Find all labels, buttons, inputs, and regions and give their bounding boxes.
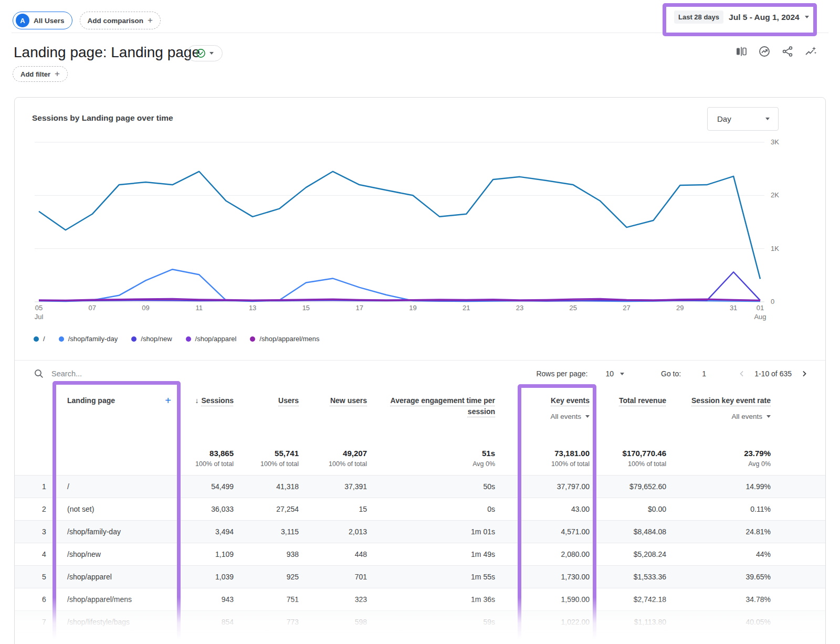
- share-icon[interactable]: [781, 45, 794, 58]
- metric-cell: 854: [190, 618, 249, 626]
- legend-label: /shop/apparel: [195, 335, 237, 343]
- metric-cell: 3,494: [190, 527, 249, 536]
- metric-cell: 44%: [681, 550, 771, 558]
- x-tick-label: 05Jul: [27, 303, 50, 321]
- add-filter-button[interactable]: Add filter +: [13, 66, 68, 82]
- search-icon[interactable]: [34, 368, 44, 379]
- table-row: 2(not set)36,03327,254150s43.00$0.000.11…: [15, 498, 825, 520]
- totals-new-users: 49,207100% of total: [314, 449, 382, 468]
- add-filter-label: Add filter: [20, 70, 50, 78]
- metric-cell: 14.99%: [681, 482, 771, 491]
- y-tick-label: 2K: [771, 191, 779, 199]
- x-tick-label: 09: [134, 303, 158, 312]
- column-header-users[interactable]: Users: [249, 395, 314, 406]
- sessions-line-chart: [35, 138, 764, 307]
- column-header-total-revenue[interactable]: Total revenue: [605, 395, 681, 406]
- next-page-icon[interactable]: [799, 368, 810, 379]
- table-row: 3/shop/family-day3,4943,1152,0131m 01s4,…: [15, 520, 825, 543]
- plus-icon: +: [148, 15, 153, 26]
- metric-cell: 4,571.00: [510, 527, 605, 536]
- metric-cell: 24.81%: [681, 527, 771, 536]
- legend-dot: [34, 336, 39, 342]
- metric-cell: 1,730.00: [510, 573, 605, 581]
- all-users-chip-label: All Users: [34, 17, 65, 25]
- previous-page-icon[interactable]: [737, 368, 747, 379]
- x-tick-label: 25: [562, 303, 585, 312]
- chart-title: Sessions by Landing page over time: [32, 113, 173, 123]
- table-row: 5/shop/apparel1,0399257011m 55s1,730.00$…: [15, 565, 825, 588]
- rate-filter-dropdown[interactable]: All events: [681, 411, 771, 422]
- legend-item: /shop/new: [131, 335, 172, 343]
- column-header-sessions[interactable]: ↓Sessions: [190, 395, 249, 406]
- key-events-filter-dropdown[interactable]: All events: [510, 411, 590, 422]
- metric-cell: 1m 36s: [382, 595, 510, 604]
- table-row: 4/shop/new1,1099384481m 49s2,080.00$5,20…: [15, 543, 825, 565]
- column-header-avg-engagement[interactable]: Average engagement time per session: [382, 395, 510, 417]
- row-number: 7: [33, 618, 56, 626]
- add-dimension-icon[interactable]: +: [165, 395, 171, 406]
- rows-per-page-label: Rows per page:: [536, 369, 587, 378]
- column-header-landing-page[interactable]: Landing page +: [56, 395, 190, 406]
- all-users-chip[interactable]: A All Users: [13, 12, 72, 29]
- x-tick-label: 01Aug: [749, 303, 772, 321]
- column-header-session-key-event-rate[interactable]: Session key event rate All events: [681, 395, 771, 422]
- table-row: 1/54,49941,31837,39150s37,797.00$79,652.…: [15, 475, 825, 498]
- metric-cell: $5,208.24: [605, 550, 681, 558]
- granularity-select[interactable]: Day: [707, 107, 779, 131]
- date-preset-badge: Last 28 days: [674, 10, 723, 24]
- legend-label: /shop/new: [141, 335, 172, 343]
- metric-cell: 1,590.00: [510, 595, 605, 604]
- metric-cell: 1,022.00: [510, 618, 605, 626]
- column-header-key-events[interactable]: Key events All events: [510, 395, 605, 422]
- totals-users: 55,741100% of total: [249, 449, 314, 468]
- comparison-a-avatar: A: [16, 14, 29, 27]
- chevron-down-icon[interactable]: [620, 373, 624, 375]
- x-tick-label: 29: [668, 303, 691, 312]
- metric-cell: 15: [314, 505, 382, 513]
- column-header-new-users[interactable]: New users: [314, 395, 382, 406]
- metric-cell: 448: [314, 550, 382, 558]
- landing-page-cell: /shop/new: [56, 550, 190, 558]
- metric-cell: 39.65%: [681, 573, 771, 581]
- landing-page-cell: /: [56, 482, 190, 491]
- metric-cell: 50s: [382, 482, 510, 491]
- metric-cell: 0.11%: [681, 505, 771, 513]
- edit-comparisons-icon[interactable]: [735, 45, 748, 58]
- report-validity-dropdown[interactable]: [187, 45, 223, 61]
- table-body: 1/54,49941,31837,39150s37,797.00$79,652.…: [15, 475, 825, 633]
- metric-cell: 3,115: [249, 527, 314, 536]
- metric-cell: $2,742.18: [605, 595, 681, 604]
- metric-cell: 1,039: [190, 573, 249, 581]
- metric-cell: 41,318: [249, 482, 314, 491]
- report-table: Rows per page: 10 Go to: 1-10 of 635 Lan…: [15, 360, 825, 633]
- legend-item: /: [34, 335, 45, 343]
- goto-page-input[interactable]: [694, 369, 715, 378]
- series-line-/: [39, 172, 760, 279]
- metric-cell: 943: [190, 595, 249, 604]
- date-range-text: Jul 5 - Aug 1, 2024: [729, 13, 800, 22]
- legend-dot: [59, 336, 64, 342]
- x-tick-label: 15: [295, 303, 318, 312]
- x-tick-label: 17: [348, 303, 371, 312]
- table-controls-row: Rows per page: 10 Go to: 1-10 of 635: [15, 361, 825, 387]
- header-divider: [12, 33, 828, 33]
- metric-cell: 54,499: [190, 482, 249, 491]
- rows-per-page-value[interactable]: 10: [605, 369, 614, 378]
- comparison-chips-bar: A All Users Add comparison +: [13, 12, 161, 29]
- landing-page-cell: /shop/apparel: [56, 573, 190, 581]
- landing-page-cell: /shop/lifestyle/bags: [56, 618, 190, 626]
- date-range-selector[interactable]: Last 28 days Jul 5 - Aug 1, 2024: [674, 10, 809, 24]
- granularity-value: Day: [717, 114, 731, 123]
- legend-label: /: [43, 335, 45, 343]
- legend-item: /shop/family-day: [59, 335, 118, 343]
- series-line-/shop/family-day: [39, 269, 760, 301]
- search-input[interactable]: [51, 369, 345, 378]
- insights-circle-icon[interactable]: [758, 45, 771, 58]
- insights-sparkle-icon[interactable]: [804, 45, 817, 58]
- x-tick-label: 27: [615, 303, 638, 312]
- landing-page-cell: (not set): [56, 505, 190, 513]
- landing-page-header-label: Landing page: [67, 395, 115, 406]
- add-comparison-button[interactable]: Add comparison +: [80, 12, 161, 29]
- y-axis-labels: 3K2K1K0: [771, 138, 792, 307]
- x-tick-label: 23: [508, 303, 531, 312]
